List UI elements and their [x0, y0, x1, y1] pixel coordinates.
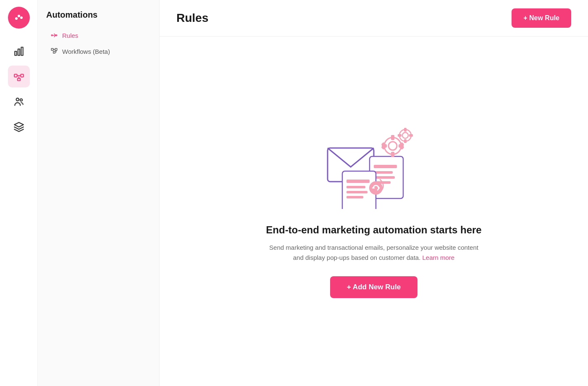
icon-nav: [0, 0, 38, 386]
app-logo[interactable]: [8, 7, 30, 29]
sidebar: Automations Rules Workflows (Beta): [38, 0, 160, 386]
empty-title: End-to-end marketing automation starts h…: [266, 224, 481, 236]
svg-rect-5: [21, 47, 23, 56]
sidebar-item-workflows[interactable]: Workflows (Beta): [46, 44, 151, 58]
svg-rect-29: [346, 196, 363, 198]
svg-point-0: [15, 17, 18, 20]
svg-rect-26: [346, 180, 370, 183]
svg-point-41: [402, 132, 408, 138]
nav-analytics[interactable]: [8, 40, 30, 62]
svg-point-2: [20, 16, 23, 19]
learn-more-link[interactable]: Learn more: [422, 254, 454, 261]
svg-rect-4: [18, 49, 19, 56]
sidebar-item-workflows-label: Workflows (Beta): [62, 48, 110, 55]
empty-illustration: [315, 125, 433, 209]
svg-rect-33: [391, 152, 394, 157]
svg-point-46: [369, 181, 383, 195]
sidebar-title: Automations: [46, 10, 151, 20]
svg-rect-22: [374, 171, 393, 174]
empty-state: End-to-end marketing automation starts h…: [160, 37, 588, 386]
page-title: Rules: [176, 11, 208, 25]
main-content: Rules + New Rule: [160, 0, 588, 386]
svg-rect-3: [15, 51, 16, 56]
svg-rect-44: [409, 134, 413, 137]
svg-rect-21: [374, 165, 397, 168]
svg-rect-23: [374, 176, 395, 179]
svg-rect-42: [404, 128, 407, 132]
svg-point-31: [388, 142, 397, 150]
svg-rect-28: [346, 191, 368, 193]
sidebar-item-rules-label: Rules: [62, 32, 78, 39]
svg-point-12: [20, 99, 22, 101]
nav-automations[interactable]: [8, 66, 30, 87]
svg-point-11: [16, 98, 19, 101]
svg-rect-45: [398, 134, 402, 137]
svg-rect-32: [391, 135, 394, 140]
svg-rect-43: [404, 139, 407, 143]
sidebar-item-rules[interactable]: Rules: [46, 28, 151, 42]
svg-point-1: [18, 15, 20, 17]
svg-rect-27: [346, 186, 365, 188]
main-header: Rules + New Rule: [160, 0, 588, 37]
new-rule-button[interactable]: + New Rule: [512, 8, 571, 28]
nav-products[interactable]: [8, 116, 30, 138]
add-new-rule-button[interactable]: + Add New Rule: [330, 276, 417, 298]
empty-description: Send marketing and transactional emails,…: [269, 243, 479, 263]
nav-contacts[interactable]: [8, 91, 30, 113]
svg-marker-13: [14, 122, 24, 127]
